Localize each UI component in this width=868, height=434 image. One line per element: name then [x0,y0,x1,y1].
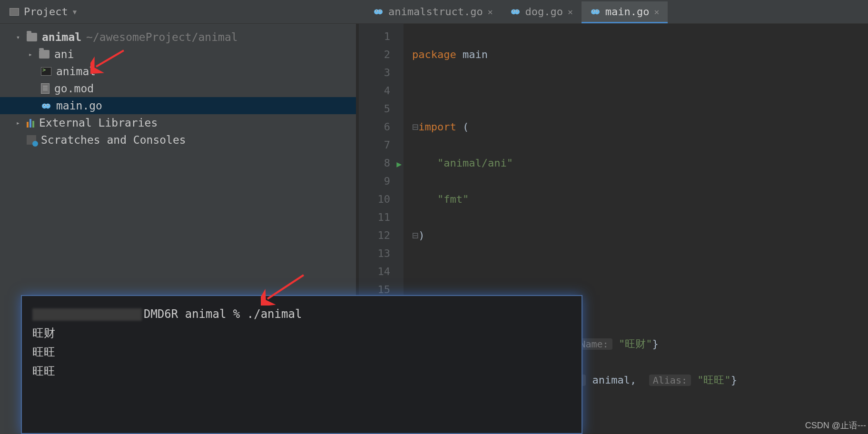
project-label: Project [24,6,68,18]
terminal-output: 旺旺 [32,343,571,362]
svg-point-4 [376,10,377,11]
go-file-icon [510,6,521,18]
line-number: 12 [359,227,404,245]
close-icon[interactable]: ✕ [488,7,493,17]
tree-root[interactable]: ▾ animal ~/awesomeProject/animal [0,29,356,46]
line-number: 3 [359,64,404,82]
line-number: 2 [359,46,404,64]
svg-point-10 [513,10,514,11]
file-icon [41,83,49,94]
tree-item-label: go.mod [54,82,94,95]
tree-scratches[interactable]: Scratches and Consoles [0,131,356,148]
tree-root-name: animal [42,31,81,43]
tab-label: main.go [605,6,650,18]
tree-external-libraries[interactable]: ▸ External Libraries [0,114,356,131]
go-file-icon [41,99,51,112]
tab-main[interactable]: main.go ✕ [582,1,668,23]
terminal-output: 旺旺 [32,362,571,381]
line-number: 9 [359,172,404,190]
tree-item-gomod[interactable]: go.mod [0,80,356,97]
svg-point-23 [48,105,49,106]
run-gutter-icon[interactable]: ▶ [396,155,402,173]
tree-item-label: main.go [56,99,102,112]
tree-item-label: ani [54,48,74,60]
line-number: 6 [359,118,404,136]
tree-item-main[interactable]: main.go [0,97,356,114]
svg-point-5 [380,10,381,11]
line-number: 10 [359,190,404,208]
svg-point-22 [44,105,45,106]
scratches-icon [27,135,36,145]
tab-animalstruct[interactable]: animalstruct.go ✕ [365,1,502,23]
line-number: 14 [359,263,404,281]
svg-point-17 [597,10,598,11]
redacted-text [32,308,142,321]
tree-item-label: External Libraries [39,117,158,129]
line-number: 11 [359,208,404,227]
tab-label: animalstruct.go [388,6,483,18]
tab-label: dog.go [525,6,563,18]
watermark: CSDN @止语--- [805,420,866,431]
editor-tabs: animalstruct.go ✕ dog.go ✕ main.go ✕ [359,0,868,24]
go-file-icon [590,6,601,18]
line-number: 7 [359,136,404,154]
svg-point-11 [516,10,517,11]
terminal-prompt: DMD6R animal % ./animal [32,305,571,324]
library-icon [27,118,34,128]
tree-item-label: Scratches and Consoles [41,134,186,146]
folder-icon [39,50,49,59]
tree-root-path: ~/awesomeProject/animal [86,31,238,43]
chevron-right-icon[interactable]: ▸ [14,119,22,127]
tree-item-animal-bin[interactable]: animal [0,63,356,80]
terminal-output: 旺财 [32,324,571,343]
chevron-down-icon: ▼ [73,8,77,16]
go-file-icon [373,6,384,18]
svg-point-16 [593,10,594,11]
chevron-down-icon[interactable]: ▾ [14,33,22,41]
tree-item-ani[interactable]: ▸ ani [0,46,356,63]
terminal-icon [41,67,51,76]
folder-icon [10,8,19,16]
tab-dog[interactable]: dog.go ✕ [502,1,582,23]
line-number: 5 [359,100,404,118]
project-dropdown[interactable]: Project ▼ [0,6,86,18]
terminal-panel[interactable]: DMD6R animal % ./animal 旺财 旺旺 旺旺 [21,295,582,434]
close-icon[interactable]: ✕ [568,7,573,17]
folder-icon [27,33,37,41]
line-number: 4 [359,82,404,100]
line-number: 1 [359,28,404,46]
line-number: 13 [359,245,404,263]
close-icon[interactable]: ✕ [654,7,660,17]
tree-item-label: animal [56,65,96,78]
chevron-right-icon[interactable]: ▸ [27,50,34,58]
